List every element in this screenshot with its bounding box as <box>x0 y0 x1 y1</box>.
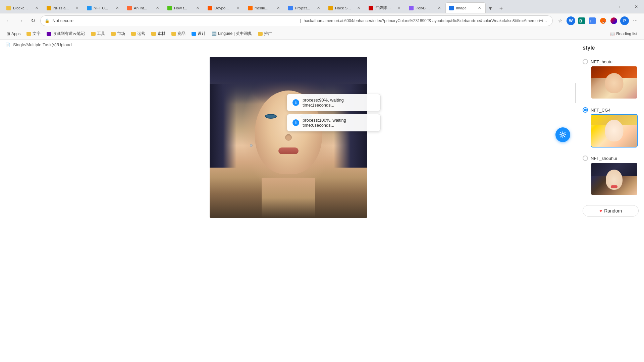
tab-11-title: PolyBl... <box>416 6 434 10</box>
window-controls: — □ ✕ <box>598 0 644 13</box>
bookmark-market[interactable]: 市场 <box>108 29 128 38</box>
tab-7[interactable]: mediu... ✕ <box>244 2 284 13</box>
radio-houtu[interactable] <box>583 59 588 64</box>
style-item-houtu-header: NFT_houtu <box>583 59 639 64</box>
bookmark-folder-1[interactable]: 文字 <box>24 29 43 38</box>
thumb3-lips <box>611 185 618 188</box>
new-tab-btn[interactable]: + <box>496 4 506 13</box>
radio-shouhui[interactable] <box>583 156 588 161</box>
bookmark-ops-label: 运营 <box>137 31 145 37</box>
style-item-houtu[interactable]: NFT_houtu <box>583 59 639 99</box>
random-btn[interactable]: ♥ Random <box>583 205 639 217</box>
tab-2[interactable]: NFTs a... ✕ <box>43 2 83 13</box>
tab-2-close[interactable]: ✕ <box>74 5 79 11</box>
bookmark-linguee-label: Linguee | 英中词典 <box>218 31 252 37</box>
tab-4[interactable]: An Int... ✕ <box>123 2 164 13</box>
tab-4-title: An Int... <box>134 6 153 10</box>
translate-icon: T <box>589 17 596 24</box>
tab-6-title: Devpo... <box>214 6 233 10</box>
style-shouhui-label: NFT_shouhui <box>591 156 617 161</box>
tab-11[interactable]: PolyBl... ✕ <box>405 2 445 13</box>
radio-cg4[interactable] <box>583 107 588 113</box>
style-cg4-thumbnail[interactable] <box>591 114 638 147</box>
bookmark-apps[interactable]: ⊞ Apps <box>4 30 23 38</box>
forward-btn[interactable]: → <box>16 16 25 25</box>
bookmark-assets[interactable]: 素材 <box>149 29 168 38</box>
breadcrumb-label[interactable]: Single/Multiple Task(s)/Upload <box>13 42 72 47</box>
tab-6[interactable]: Devpo... ✕ <box>204 2 244 13</box>
edge-profile-btn[interactable]: P <box>620 16 629 25</box>
scroll-indicator[interactable] <box>575 83 576 103</box>
tab-11-close[interactable]: ✕ <box>436 5 442 11</box>
favorites-btn[interactable]: ☆ <box>555 16 565 25</box>
tab-5-close[interactable]: ✕ <box>195 5 200 11</box>
notification-1-icon: ℹ <box>292 99 299 106</box>
random-btn-label: Random <box>604 208 622 214</box>
tab-12-close[interactable]: ✕ <box>477 5 482 11</box>
tab-7-title: mediu... <box>255 6 273 10</box>
extension-2[interactable]: T <box>588 16 597 25</box>
tab-5-title: How t... <box>174 6 193 10</box>
bookmark-tools-label: 工具 <box>97 31 105 37</box>
thumb2-face <box>605 120 624 141</box>
bookmark-youdao-label: 收藏到有道云笔记 <box>53 31 85 37</box>
reading-list-btn[interactable]: 📖 Reading list <box>607 30 640 38</box>
profile-btn[interactable]: W <box>566 16 576 25</box>
back-btn[interactable]: ← <box>4 16 13 25</box>
extension-4[interactable] <box>609 16 619 25</box>
style-item-shouhui[interactable]: NFT_shouhui <box>583 156 639 196</box>
tab-1-title: Blockc... <box>13 6 32 10</box>
tab-8[interactable]: Project... ✕ <box>284 2 325 13</box>
tab-12[interactable]: Image ✕ <box>445 2 486 13</box>
browser-frame: Blockc... ✕ NFTs a... ✕ NFT C... ✕ An In… <box>0 0 644 362</box>
maximize-btn[interactable]: □ <box>613 0 629 13</box>
tab-3[interactable]: NFT C... ✕ <box>83 2 123 13</box>
apps-grid-icon: ⊞ <box>7 32 10 36</box>
tab-8-close[interactable]: ✕ <box>316 5 321 11</box>
tab-bar: Blockc... ✕ NFTs a... ✕ NFT C... ✕ An In… <box>0 0 644 13</box>
bookmark-linguee[interactable]: 🔤 Linguee | 英中词典 <box>209 29 255 38</box>
bookmark-products[interactable]: 宽品 <box>169 29 188 38</box>
tab-6-close[interactable]: ✕ <box>235 5 240 11</box>
bookmark-tools[interactable]: 工具 <box>88 29 108 38</box>
bookmark-youdao[interactable]: 收藏到有道云笔记 <box>44 29 88 38</box>
tab-10[interactable]: 沖鋒隊... ✕ <box>365 2 405 13</box>
tab-7-close[interactable]: ✕ <box>275 5 281 11</box>
extension-1[interactable]: B <box>577 16 586 25</box>
folder-icon-tools <box>91 32 96 36</box>
tab-4-close[interactable]: ✕ <box>155 5 160 11</box>
bookmarks-bar: ⊞ Apps 文字 收藏到有道云笔记 工具 市场 运营 素材 宽品 <box>0 28 644 40</box>
tab-overflow-btn[interactable]: ▼ <box>486 4 495 13</box>
close-btn[interactable]: ✕ <box>629 0 644 13</box>
tab-3-close[interactable]: ✕ <box>114 5 120 11</box>
style-shouhui-thumbnail[interactable] <box>591 162 638 196</box>
bookmark-design-label: 设计 <box>198 31 206 37</box>
tab-9[interactable]: Hack S... ✕ <box>325 2 365 13</box>
main-image-container: ℹ process:90%, waiting time:1seconds... … <box>210 57 367 218</box>
notification-2-icon: ℹ <box>292 119 299 126</box>
bookmark-design[interactable]: 设计 <box>189 29 208 38</box>
tab-9-close[interactable]: ✕ <box>356 5 361 11</box>
refresh-btn[interactable]: ↻ <box>28 16 38 25</box>
address-bar[interactable]: 🔒 Not secure | hackathon.amemori.ai:6004… <box>40 15 553 26</box>
nose <box>285 134 292 141</box>
minimize-btn[interactable]: — <box>598 0 613 13</box>
bookmark-promote-label: 推广 <box>264 31 272 37</box>
linguee-icon: 🔤 <box>212 32 217 36</box>
style-item-cg4[interactable]: NFT_CG4 <box>583 107 639 147</box>
tab-10-close[interactable]: ✕ <box>396 5 401 11</box>
folder-icon-1 <box>26 32 31 36</box>
settings-float-btn[interactable] <box>555 127 570 142</box>
tab-5[interactable]: How t... ✕ <box>164 2 204 13</box>
svg-text:B: B <box>579 19 582 23</box>
address-text: Not secure <box>52 18 297 23</box>
tab-1-close[interactable]: ✕ <box>34 5 39 11</box>
bookmark-ops[interactable]: 运营 <box>128 29 148 38</box>
extension-3[interactable]: 🦊 <box>598 16 608 25</box>
style-houtu-thumbnail[interactable] <box>591 66 638 99</box>
settings-more-btn[interactable]: ⋯ <box>631 16 640 25</box>
bookmark-promote[interactable]: 推广 <box>255 29 275 38</box>
content-area: 📄 Single/Multiple Task(s)/Upload <box>0 40 577 362</box>
tab-1[interactable]: Blockc... ✕ <box>3 2 43 13</box>
tab-10-title: 沖鋒隊... <box>375 5 394 10</box>
